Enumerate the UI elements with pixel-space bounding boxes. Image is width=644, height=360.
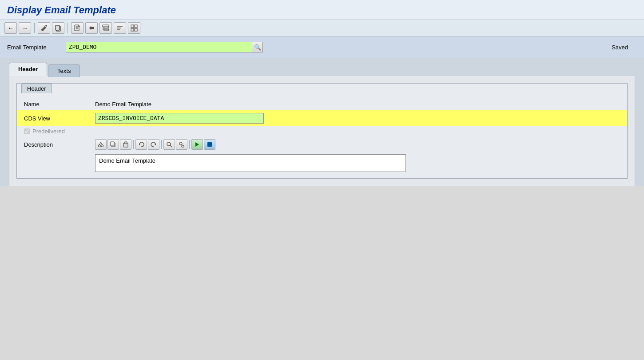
email-template-search-button[interactable]: 🔍 <box>252 42 263 52</box>
desc-run-button[interactable] <box>191 139 203 150</box>
page-title: Display Email Template <box>7 4 116 16</box>
tree-button[interactable] <box>99 22 112 34</box>
desc-undo-button[interactable] <box>135 139 147 150</box>
description-row: Description <box>24 136 620 152</box>
tab-header[interactable]: Header <box>9 63 47 76</box>
svg-marker-36 <box>195 142 199 147</box>
back-button[interactable]: ← <box>4 22 17 34</box>
description-text-box[interactable]: Demo Email Template <box>95 154 406 172</box>
svg-point-31 <box>167 142 171 146</box>
svg-rect-18 <box>135 25 137 28</box>
desc-redo-button[interactable] <box>148 139 159 150</box>
description-area-row: Demo Email Template <box>24 152 620 174</box>
sort-button[interactable] <box>114 22 126 34</box>
desc-sep-2 <box>161 140 162 149</box>
title-area: Display Email Template <box>0 0 644 20</box>
desc-paste-button[interactable] <box>120 139 131 150</box>
desc-area-spacer <box>24 154 95 172</box>
svg-rect-8 <box>103 25 109 27</box>
svg-rect-35 <box>182 145 184 147</box>
desc-cut-button[interactable] <box>95 139 107 150</box>
svg-rect-9 <box>104 27 109 28</box>
email-template-input[interactable] <box>66 42 252 52</box>
content-panel: Header Name Demo Email Template CDS View <box>9 76 635 186</box>
svg-rect-37 <box>207 142 212 147</box>
main-content: Header Texts Header <box>0 58 644 186</box>
predelivered-label: Predelivered <box>32 128 65 135</box>
svg-point-21 <box>99 145 101 147</box>
desc-copy-button[interactable] <box>107 139 119 150</box>
name-label: Name <box>24 101 95 108</box>
toolbar: ← → <box>0 20 644 36</box>
desc-find-button[interactable] <box>163 139 175 150</box>
tab-texts[interactable]: Texts <box>48 64 80 77</box>
svg-line-24 <box>101 142 102 144</box>
tabs-row: Header Texts <box>0 58 644 76</box>
email-template-label: Email Template <box>7 44 60 51</box>
svg-rect-19 <box>131 28 134 31</box>
svg-rect-10 <box>104 29 109 31</box>
toolbar-separator-2 <box>68 23 68 33</box>
svg-point-22 <box>101 145 103 147</box>
copy-button[interactable] <box>52 22 64 34</box>
svg-rect-2 <box>56 25 60 30</box>
svg-rect-17 <box>131 25 134 28</box>
edit-button[interactable] <box>38 22 50 34</box>
name-value: Demo Email Template <box>95 101 151 108</box>
section-content: Name Demo Email Template CDS View Predel… <box>17 93 627 178</box>
predelivered-checkbox[interactable] <box>24 128 30 134</box>
description-label: Description <box>24 141 95 148</box>
cds-view-row: CDS View <box>17 110 627 126</box>
status-label: Saved <box>612 44 637 51</box>
new-button[interactable] <box>71 22 83 34</box>
layout-button[interactable] <box>128 22 140 34</box>
predelivered-row: Predelivered <box>24 126 620 136</box>
svg-line-32 <box>170 145 172 147</box>
svg-rect-20 <box>135 28 137 31</box>
svg-rect-26 <box>111 142 114 146</box>
svg-rect-28 <box>124 142 127 144</box>
email-template-row: Email Template 🔍 Saved <box>0 36 644 58</box>
desc-sep-1 <box>133 140 134 149</box>
toolbar-separator-1 <box>34 23 35 33</box>
section-header-tab: Header <box>21 84 52 93</box>
desc-sep-3 <box>189 140 190 149</box>
move-button[interactable] <box>85 22 98 34</box>
desc-find-replace-button[interactable] <box>176 139 187 150</box>
desc-stop-button[interactable] <box>204 139 215 150</box>
name-row: Name Demo Email Template <box>24 98 620 110</box>
page-wrapper: Display Email Template ← → Email Templa <box>0 0 644 360</box>
description-toolbar <box>95 139 215 150</box>
svg-line-23 <box>99 142 101 144</box>
cds-view-input[interactable] <box>95 113 264 124</box>
forward-button[interactable]: → <box>19 22 31 34</box>
header-section-box: Header Name Demo Email Template CDS View <box>16 83 628 179</box>
email-template-field-wrapper: 🔍 <box>66 42 263 52</box>
cds-view-label: CDS View <box>24 115 95 122</box>
